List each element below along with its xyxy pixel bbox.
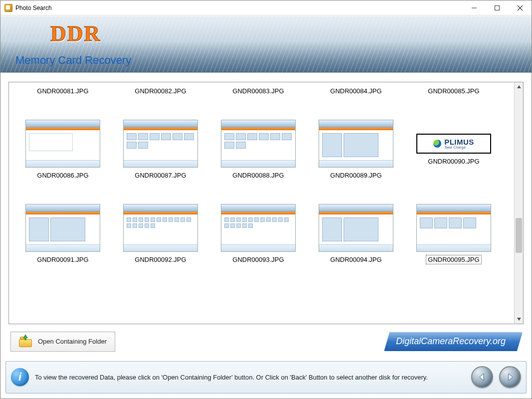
app-icon — [4, 4, 12, 12]
svg-rect-1 — [495, 5, 500, 10]
plimus-icon — [433, 140, 441, 148]
next-button[interactable] — [499, 366, 521, 388]
file-item[interactable]: GNDR00083.JPG — [218, 87, 298, 95]
window-title: Photo Search — [15, 4, 52, 11]
subtitle-text: Memory Card Recovery — [15, 54, 131, 67]
file-item[interactable]: GNDR00095.JPG — [414, 204, 494, 263]
plimus-tagline: Take Charge — [444, 146, 474, 149]
vertical-scrollbar[interactable] — [514, 82, 523, 324]
file-item[interactable]: GNDR00084.JPG — [316, 87, 396, 95]
close-button[interactable] — [509, 0, 532, 15]
file-name: GNDR00094.JPG — [330, 256, 381, 263]
thumbnail — [123, 204, 198, 252]
file-name: GNDR00087.JPG — [135, 172, 186, 179]
scroll-thumb[interactable] — [516, 218, 522, 253]
thumbnail — [319, 204, 393, 252]
thumbnail — [319, 120, 393, 168]
maximize-button[interactable] — [486, 0, 509, 15]
file-name: GNDR00089.JPG — [330, 172, 381, 179]
header-banner: DDR Memory Card Recovery — [0, 15, 532, 73]
plimus-name: PLIMUS — [444, 138, 474, 146]
info-icon: i — [11, 368, 29, 386]
thumbnail-plimus: PLIMUS Take Charge — [416, 134, 491, 154]
thumbnail — [221, 204, 296, 252]
file-item[interactable]: GNDR00094.JPG — [316, 204, 396, 263]
file-item[interactable]: GNDR00081.JPG — [23, 87, 103, 95]
file-name: GNDR00083.JPG — [232, 87, 284, 95]
file-name: GNDR00088.JPG — [232, 172, 284, 179]
minimize-button[interactable] — [463, 0, 486, 15]
file-item[interactable]: PLIMUS Take Charge GNDR00090.JPG — [414, 120, 494, 179]
domain-badge: DigitalCameraRecovery.org — [384, 332, 523, 351]
title-bar: Photo Search — [0, 0, 532, 15]
file-item[interactable]: GNDR00086.JPG — [23, 120, 103, 179]
hint-text: To view the recovered Data, please click… — [35, 373, 465, 382]
file-name: GNDR00082.JPG — [135, 87, 186, 95]
file-item[interactable]: GNDR00082.JPG — [121, 87, 200, 95]
file-item[interactable]: GNDR00087.JPG — [121, 120, 200, 179]
file-item[interactable]: GNDR00085.JPG — [414, 87, 494, 95]
open-containing-folder-button[interactable]: Open Containing Folder — [10, 332, 115, 352]
file-item[interactable]: GNDR00093.JPG — [218, 204, 298, 263]
thumbnail — [123, 120, 198, 168]
file-name: GNDR00085.JPG — [428, 87, 479, 95]
back-button[interactable] — [471, 366, 493, 388]
file-name: GNDR00092.JPG — [135, 256, 186, 263]
scroll-up-button[interactable] — [515, 82, 523, 91]
svg-rect-0 — [472, 7, 477, 8]
file-name: GNDR00091.JPG — [37, 256, 88, 263]
folder-open-icon — [19, 336, 33, 347]
results-grid: GNDR00081.JPG GNDR00082.JPG GNDR00083.JP… — [8, 82, 524, 324]
thumbnail — [25, 204, 100, 252]
scroll-track[interactable] — [515, 91, 523, 315]
file-item[interactable]: GNDR00088.JPG — [218, 120, 298, 179]
logo-text: DDR — [50, 21, 101, 46]
file-name: GNDR00084.JPG — [330, 87, 381, 95]
open-folder-label: Open Containing Folder — [38, 338, 107, 345]
file-name: GNDR00086.JPG — [37, 172, 88, 179]
file-name: GNDR00095.JPG — [427, 256, 480, 263]
file-name: GNDR00093.JPG — [232, 256, 284, 263]
file-item[interactable]: GNDR00092.JPG — [121, 204, 200, 263]
hint-bar: i To view the recovered Data, please cli… — [5, 361, 527, 394]
thumbnail — [221, 120, 296, 168]
file-item[interactable]: GNDR00091.JPG — [23, 204, 103, 263]
thumbnail — [25, 120, 100, 168]
thumbnail — [416, 204, 491, 252]
file-item[interactable]: GNDR00089.JPG — [316, 120, 396, 179]
file-name: GNDR00081.JPG — [37, 87, 88, 95]
file-name: GNDR00090.JPG — [428, 158, 479, 165]
scroll-down-button[interactable] — [515, 315, 523, 324]
domain-badge-text: DigitalCameraRecovery.org — [396, 336, 506, 347]
